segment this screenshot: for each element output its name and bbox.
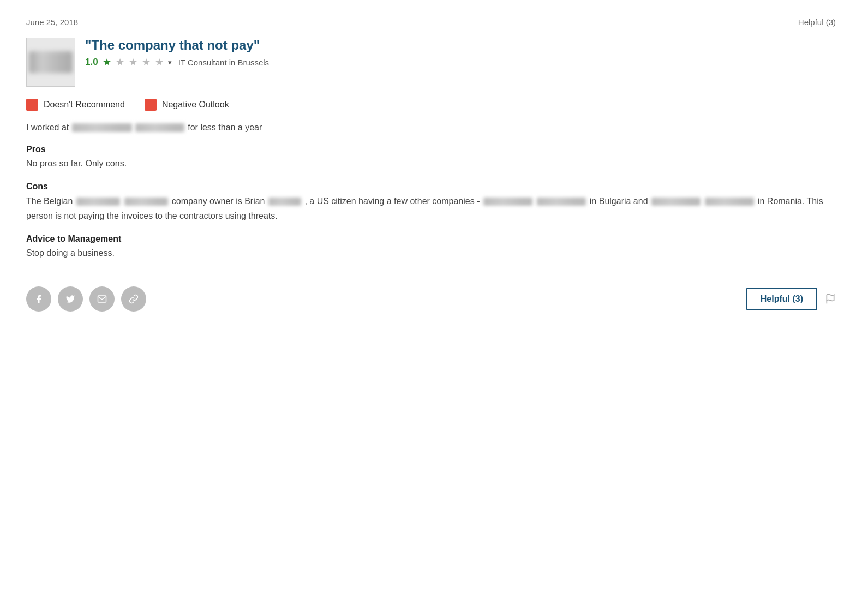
star-4: ★ xyxy=(142,56,151,68)
star-5: ★ xyxy=(155,56,164,68)
footer-row: Helpful (3) xyxy=(26,280,836,312)
facebook-share-button[interactable] xyxy=(26,286,51,312)
review-header: "The company that not pay" 1.0 ★ ★ ★ ★ ★… xyxy=(26,38,836,87)
company-name-blur-1 xyxy=(72,123,132,132)
doesnt-recommend-indicator: Doesn't Recommend xyxy=(26,99,125,111)
star-3: ★ xyxy=(129,56,137,68)
advice-section: Advice to Management Stop doing a busine… xyxy=(26,234,836,260)
copy-link-button[interactable] xyxy=(121,286,146,312)
pros-section: Pros No pros so far. Only cons. xyxy=(26,145,836,171)
rating-row: 1.0 ★ ★ ★ ★ ★ ▾ IT Consultant in Brussel… xyxy=(85,56,269,68)
cons-prefix: The Belgian xyxy=(26,196,73,206)
doesnt-recommend-icon xyxy=(26,99,38,111)
negative-outlook-label: Negative Outlook xyxy=(162,100,229,110)
top-meta-row: June 25, 2018 Helpful (3) xyxy=(26,17,836,27)
indicators-row: Doesn't Recommend Negative Outlook xyxy=(26,99,836,111)
rating-number: 1.0 xyxy=(85,57,98,68)
helpful-count-top: Helpful (3) xyxy=(798,17,836,27)
twitter-share-button[interactable] xyxy=(58,286,83,312)
review-title-block: "The company that not pay" 1.0 ★ ★ ★ ★ ★… xyxy=(85,38,269,68)
cons-middle3: in Bulgaria and xyxy=(590,196,648,206)
cons-blur-4 xyxy=(483,198,532,206)
social-icons xyxy=(26,286,146,312)
cons-blur-6 xyxy=(651,198,701,206)
star-1: ★ xyxy=(103,56,111,68)
flag-button[interactable] xyxy=(825,294,836,304)
cons-blur-2 xyxy=(124,198,168,206)
worked-at-prefix: I worked at xyxy=(26,123,69,133)
chevron-down-icon[interactable]: ▾ xyxy=(168,58,172,67)
cons-middle1: company owner is Brian xyxy=(172,196,265,206)
helpful-button[interactable]: Helpful (3) xyxy=(746,288,817,310)
advice-title: Advice to Management xyxy=(26,234,836,244)
email-share-button[interactable] xyxy=(89,286,115,312)
cons-section: Cons The Belgian company owner is Brian … xyxy=(26,182,836,223)
job-title: IT Consultant in Brussels xyxy=(178,58,269,67)
worked-at-text: I worked at for less than a year xyxy=(26,123,836,133)
cons-title: Cons xyxy=(26,182,836,192)
cons-blur-3 xyxy=(268,198,301,206)
avatar-blur xyxy=(29,51,73,73)
star-2: ★ xyxy=(116,56,124,68)
cons-text: The Belgian company owner is Brian , a U… xyxy=(26,194,836,223)
review-card: June 25, 2018 Helpful (3) "The company t… xyxy=(0,0,862,329)
negative-outlook-indicator: Negative Outlook xyxy=(145,99,229,111)
footer-right: Helpful (3) xyxy=(746,288,836,310)
doesnt-recommend-label: Doesn't Recommend xyxy=(44,100,125,110)
pros-title: Pros xyxy=(26,145,836,154)
worked-at-suffix: for less than a year xyxy=(188,123,262,133)
company-name-blur-2 xyxy=(135,123,184,132)
advice-text: Stop doing a business. xyxy=(26,246,836,260)
cons-blur-5 xyxy=(537,198,586,206)
cons-blur-7 xyxy=(705,198,754,206)
avatar xyxy=(26,38,75,87)
pros-text: No pros so far. Only cons. xyxy=(26,157,836,171)
negative-outlook-icon xyxy=(145,99,157,111)
cons-middle2: , a US citizen having a few other compan… xyxy=(304,196,480,206)
review-title: "The company that not pay" xyxy=(85,38,269,53)
cons-blur-1 xyxy=(76,198,120,206)
review-date: June 25, 2018 xyxy=(26,17,78,27)
